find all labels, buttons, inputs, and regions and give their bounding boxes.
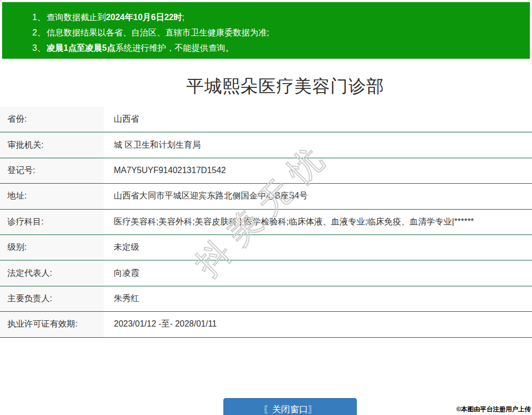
table-row: 级别:未定级 — [0, 235, 532, 260]
row-label: 省份: — [0, 107, 104, 132]
notice-item: 1、查询数据截止到2024年10月6日22时; — [32, 10, 525, 25]
notice-text: 2024年10月6日22时 — [106, 13, 182, 22]
table-row: 主要负责人:朱秀红 — [0, 286, 532, 312]
notice-item: 3、凌晨1点至凌晨5点系统进行维护，不能提供查询。 — [32, 40, 525, 56]
page-title: 平城熙朵医疗美容门诊部 — [186, 76, 384, 96]
table-row: 省份:山西省 — [0, 107, 532, 132]
notice-number: 1、 — [32, 13, 46, 22]
license-info-table: 省份:山西省审批机关:城 区卫生和计划生育局登记号:MA7Y5UYF914021… — [0, 107, 532, 338]
row-label: 执业许可证有效期: — [0, 312, 104, 337]
row-value: 山西省大同市平城区迎宾东路北侧国金中心B座S4号 — [104, 184, 532, 209]
notice-text: ; — [182, 13, 184, 22]
notice-text: 系统进行维护，不能提供查询。 — [115, 43, 234, 52]
close-window-button[interactable]: 〖关闭窗口〗 — [223, 398, 357, 415]
row-label: 审批机关: — [0, 132, 104, 157]
notice-text: 查询数据截止到 — [47, 13, 106, 22]
table-row: 审批机关:城 区卫生和计划生育局 — [0, 132, 532, 158]
license-query-page: 1、查询数据截止到2024年10月6日22时;2、信息数据结果以各省、自治区、直… — [0, 0, 532, 415]
table-row: 法定代表人:向凌霞 — [0, 260, 532, 286]
copyright-note: ©本图由平台注册用户上传 — [456, 405, 531, 414]
table-row: 登记号:MA7Y5UYF914021317D1542 — [0, 158, 532, 184]
row-value: MA7Y5UYF914021317D1542 — [104, 158, 532, 183]
table-row: 执业许可证有效期:2023/01/12 -至- 2028/01/11 — [0, 312, 532, 337]
row-label: 地址: — [0, 184, 104, 209]
row-value: 山西省 — [104, 107, 532, 132]
row-value: 未定级 — [104, 235, 532, 260]
row-label: 级别: — [0, 235, 104, 260]
row-value: 向凌霞 — [104, 260, 532, 285]
notice-number: 3、 — [32, 43, 46, 52]
notice-item: 2、信息数据结果以各省、自治区、直辖市卫生健康委数据为准; — [32, 25, 525, 40]
row-value: 2023/01/12 -至- 2028/01/11 — [104, 312, 532, 337]
row-label: 登记号: — [0, 158, 104, 183]
table-row: 地址:山西省大同市平城区迎宾东路北侧国金中心B座S4号 — [0, 184, 532, 209]
row-value: 城 区卫生和计划生育局 — [104, 132, 532, 157]
notice-text: 信息数据结果以各省、自治区、直辖市卫生健康委数据为准; — [47, 28, 269, 37]
row-label: 法定代表人: — [0, 260, 104, 285]
row-value: 医疗美容科;美容外科;美容皮肤科 | 医学检验科;临床体液、血液专业;临床免疫、… — [104, 210, 532, 234]
table-row: 诊疗科目:医疗美容科;美容外科;美容皮肤科 | 医学检验科;临床体液、血液专业;… — [0, 210, 532, 235]
notice-banner: 1、查询数据截止到2024年10月6日22时;2、信息数据结果以各省、自治区、直… — [2, 2, 530, 59]
notice-list: 1、查询数据截止到2024年10月6日22时;2、信息数据结果以各省、自治区、直… — [32, 10, 525, 56]
row-label: 诊疗科目: — [0, 210, 104, 234]
notice-number: 2、 — [32, 28, 46, 37]
notice-text: 凌晨1点至凌晨5点 — [47, 43, 115, 52]
row-label: 主要负责人: — [0, 286, 104, 311]
row-value: 朱秀红 — [104, 286, 532, 311]
